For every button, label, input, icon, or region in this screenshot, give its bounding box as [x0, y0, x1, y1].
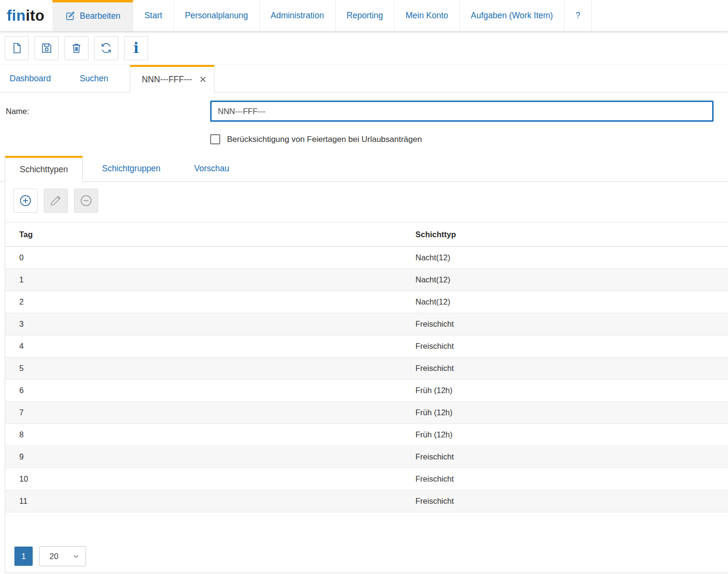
- cell-shift: Freischicht: [415, 490, 728, 512]
- table-header-row: Tag Schichttyp: [5, 222, 728, 247]
- nav-item-bearbeiten[interactable]: Bearbeiten: [52, 0, 134, 31]
- table-row[interactable]: 0Nacht(12): [5, 247, 728, 269]
- table-row[interactable]: 8Früh (12h): [5, 424, 728, 446]
- subtab-label: Schichtgruppen: [102, 164, 161, 174]
- nav-item-aufgaben[interactable]: Aufgaben (Work Item): [460, 0, 565, 31]
- tab-label: NNN---FFF---: [142, 75, 192, 85]
- page-size-value: 20: [50, 552, 58, 561]
- new-document-icon: [11, 42, 23, 54]
- document-tabbar: Dashboard Suchen NNN---FFF---: [0, 65, 728, 92]
- cell-shift: Nacht(12): [415, 291, 728, 313]
- edit-row-button[interactable]: [44, 189, 68, 213]
- tab-dashboard[interactable]: Dashboard: [0, 65, 61, 92]
- nav-item-label: Start: [144, 11, 162, 21]
- help-icon: ?: [576, 11, 580, 21]
- nav-item-label: Bearbeiten: [80, 11, 121, 21]
- subtab-label: Vorschau: [194, 164, 229, 174]
- cell-day: 0: [5, 247, 415, 269]
- cell-day: 2: [5, 291, 415, 313]
- table-row[interactable]: 2Nacht(12): [5, 291, 728, 313]
- app-logo: finito: [0, 0, 52, 31]
- add-row-button[interactable]: [13, 189, 38, 213]
- cell-shift: Früh (12h): [415, 380, 728, 402]
- cell-day: 5: [5, 357, 415, 380]
- cell-day: 1: [5, 269, 415, 291]
- delete-button[interactable]: [64, 36, 88, 60]
- page-1-button[interactable]: 1: [14, 547, 33, 566]
- table-row[interactable]: 7Früh (12h): [5, 402, 728, 424]
- column-header-schichttyp: Schichttyp: [415, 222, 728, 247]
- nav-item-mein-konto[interactable]: Mein Konto: [395, 0, 460, 31]
- pagination: 1 20: [14, 546, 728, 573]
- name-input[interactable]: [210, 101, 714, 122]
- cell-day: 6: [5, 380, 415, 402]
- table-row[interactable]: 10Freischicht: [5, 468, 728, 490]
- nav-item-label: Administration: [271, 11, 324, 21]
- plus-circle-icon: [18, 193, 33, 208]
- column-header-tag: Tag: [5, 222, 415, 247]
- refresh-icon: [100, 42, 113, 54]
- cell-shift: Früh (12h): [415, 424, 728, 446]
- subtab-label: Schichttypen: [20, 165, 68, 175]
- cell-shift: Freischicht: [415, 357, 728, 380]
- nav-item-personalplanung[interactable]: Personalplanung: [174, 0, 259, 31]
- trash-icon: [70, 42, 83, 54]
- table-row[interactable]: 11Freischicht: [5, 490, 728, 512]
- subtab-vorschau[interactable]: Vorschau: [180, 156, 244, 181]
- close-icon[interactable]: [200, 76, 206, 83]
- tab-nnn-fff-active[interactable]: NNN---FFF---: [130, 65, 214, 92]
- cell-shift: Freischicht: [415, 446, 728, 468]
- holiday-checkbox-row: Berücksichtigung von Feiertagen bei Urla…: [210, 134, 728, 144]
- cell-shift: Freischicht: [415, 468, 728, 490]
- info-button[interactable]: i: [124, 36, 148, 60]
- cell-day: 8: [5, 424, 415, 446]
- cell-shift: Nacht(12): [415, 247, 728, 269]
- nav-item-help[interactable]: ?: [565, 0, 592, 31]
- cell-day: 7: [5, 402, 415, 424]
- tab-label: Suchen: [80, 74, 108, 84]
- cell-shift: Freischicht: [415, 313, 728, 335]
- name-label: Name:: [0, 107, 210, 116]
- table-row[interactable]: 6Früh (12h): [5, 380, 728, 402]
- holiday-checkbox[interactable]: [210, 134, 220, 144]
- name-form-row: Name:: [0, 101, 728, 122]
- nav-item-label: Reporting: [347, 11, 383, 21]
- nav-item-label: Mein Konto: [406, 11, 449, 21]
- subtab-schichtgruppen[interactable]: Schichtgruppen: [88, 156, 175, 181]
- table-row[interactable]: 1Nacht(12): [5, 269, 728, 291]
- save-icon: [40, 42, 53, 54]
- page-size-select[interactable]: 20: [39, 546, 86, 566]
- cell-shift: Nacht(12): [415, 269, 728, 291]
- table-row[interactable]: 4Freischicht: [5, 335, 728, 357]
- nav-item-label: Personalplanung: [185, 11, 248, 21]
- nav-item-label: Aufgaben (Work Item): [471, 11, 553, 21]
- app-logo-secondary: ito: [25, 7, 44, 25]
- table-row[interactable]: 9Freischicht: [5, 446, 728, 468]
- refresh-button[interactable]: [94, 36, 118, 60]
- minus-circle-icon: [79, 193, 93, 208]
- new-record-button[interactable]: [5, 36, 29, 60]
- tab-label: Dashboard: [10, 74, 51, 84]
- nav-item-administration[interactable]: Administration: [260, 0, 336, 31]
- save-button[interactable]: [35, 36, 59, 60]
- nav-item-reporting[interactable]: Reporting: [336, 0, 395, 31]
- pencil-icon: [49, 194, 63, 207]
- chevron-down-icon: [73, 553, 79, 560]
- shift-types-panel: Tag Schichttyp 0Nacht(12) 1Nacht(12) 2Na…: [5, 182, 728, 573]
- nav-item-start[interactable]: Start: [133, 0, 174, 31]
- top-navbar: finito Bearbeiten Start Personalplanung …: [0, 0, 728, 32]
- subtabs: Schichttypen Schichtgruppen Vorschau: [0, 156, 728, 182]
- app-logo-primary: fin: [7, 7, 25, 25]
- cell-day: 11: [5, 490, 415, 512]
- record-toolbar: i: [0, 32, 728, 65]
- holiday-checkbox-label: Berücksichtigung von Feiertagen bei Urla…: [227, 135, 422, 144]
- remove-row-button[interactable]: [74, 189, 98, 213]
- subtab-schichttypen[interactable]: Schichttypen: [5, 156, 83, 182]
- tab-suchen[interactable]: Suchen: [70, 65, 118, 92]
- cell-shift: Früh (12h): [415, 402, 728, 424]
- cell-shift: Freischicht: [415, 335, 728, 357]
- table-row[interactable]: 3Freischicht: [5, 313, 728, 335]
- shift-types-table: Tag Schichttyp 0Nacht(12) 1Nacht(12) 2Na…: [5, 222, 728, 512]
- table-row[interactable]: 5Freischicht: [5, 357, 728, 380]
- grid-actions-toolbar: [5, 182, 728, 213]
